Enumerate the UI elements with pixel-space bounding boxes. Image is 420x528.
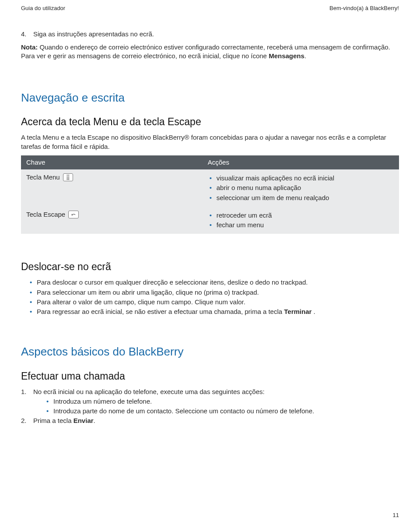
list-item: Introduza um número de telefone.	[45, 397, 399, 406]
section-title-navigation: Navegação e escrita	[21, 90, 399, 106]
header-left: Guia do utilizador	[21, 4, 65, 12]
list-item-bold: Terminar	[284, 308, 312, 315]
step-text: Siga as instruções apresentadas no ecrã.	[33, 30, 154, 38]
col-chave: Chave	[21, 155, 203, 169]
step-bold: Enviar	[74, 417, 94, 424]
note-part2: .	[304, 52, 306, 60]
subsection-call: Efectuar uma chamada	[21, 370, 399, 383]
note-paragraph: Nota: Quando o endereço de correio elect…	[21, 43, 399, 61]
menu-escape-intro: A tecla Menu e a tecla Escape no disposi…	[21, 133, 399, 151]
header-right: Bem-vindo(a) à BlackBerry!	[329, 4, 399, 12]
list-item: seleccionar um item de menu realçado	[208, 194, 394, 202]
escape-key-icon: ⤺	[68, 211, 79, 218]
list-item: Para deslocar o cursor em qualquer direc…	[21, 278, 399, 287]
subsection-menu-escape: Acerca da tecla Menu e da tecla Escape	[21, 115, 399, 129]
key-menu-label: Tecla Menu	[26, 173, 60, 181]
table-row: Tecla Escape ⤺ retroceder um ecrã fechar…	[21, 207, 399, 234]
step-4: 4. Siga as instruções apresentadas no ec…	[21, 30, 399, 39]
list-item: retroceder um ecrã	[208, 211, 394, 220]
step-text: No ecrã inicial ou na aplicação do telef…	[33, 388, 265, 395]
list-item-post: .	[312, 308, 315, 315]
key-menu-cell: Tecla Menu ⣿	[21, 169, 203, 207]
key-escape-label: Tecla Escape	[26, 211, 65, 218]
keys-table: Chave Acções Tecla Menu ⣿ visualizar mai…	[21, 155, 399, 234]
section-title-basics: Aspectos básicos do BlackBerry	[21, 344, 399, 359]
subsection-deslocar: Deslocar-se no ecrã	[21, 260, 399, 274]
step-number: 2.	[21, 416, 27, 425]
menu-key-icon: ⣿	[63, 173, 73, 181]
table-header-row: Chave Acções	[21, 155, 399, 169]
list-item-pre: Para regressar ao ecrã inicial, se não e…	[37, 308, 284, 315]
note-label: Nota:	[21, 43, 38, 51]
list-item: fechar um menu	[208, 221, 394, 229]
step-number: 1.	[21, 387, 27, 396]
col-accoes: Acções	[203, 155, 399, 169]
key-escape-actions: retroceder um ecrã fechar um menu	[203, 207, 399, 234]
call-step-2: 2. Prima a tecla Enviar.	[21, 416, 399, 425]
note-bold: Mensagens	[269, 52, 304, 60]
table-row: Tecla Menu ⣿ visualizar mais aplicações …	[21, 169, 399, 207]
call-step-1: 1. No ecrã inicial ou na aplicação do te…	[21, 387, 399, 416]
list-item: Para seleccionar um item ou abrir uma li…	[21, 288, 399, 297]
call-steps: 1. No ecrã inicial ou na aplicação do te…	[21, 387, 399, 426]
list-item: abrir o menu numa aplicação	[208, 183, 394, 192]
page-header: Guia do utilizador Bem-vindo(a) à BlackB…	[21, 4, 399, 12]
list-item: Para regressar ao ecrã inicial, se não e…	[21, 307, 399, 316]
list-item: Para alterar o valor de um campo, clique…	[21, 298, 399, 306]
page-number: 11	[393, 511, 399, 519]
step-pre: Prima a tecla	[33, 417, 74, 424]
note-part1: Quando o endereço de correio electrónico…	[21, 43, 390, 60]
list-item: Introduza parte do nome de um contacto. …	[45, 407, 399, 415]
step-list: 4. Siga as instruções apresentadas no ec…	[21, 30, 399, 39]
key-menu-actions: visualizar mais aplicações no ecrã inici…	[203, 169, 399, 207]
step-post: .	[94, 417, 95, 424]
deslocar-list: Para deslocar o cursor em qualquer direc…	[21, 278, 399, 316]
step-number: 4.	[21, 30, 27, 39]
key-escape-cell: Tecla Escape ⤺	[21, 207, 203, 234]
list-item: visualizar mais aplicações no ecrã inici…	[208, 174, 394, 183]
